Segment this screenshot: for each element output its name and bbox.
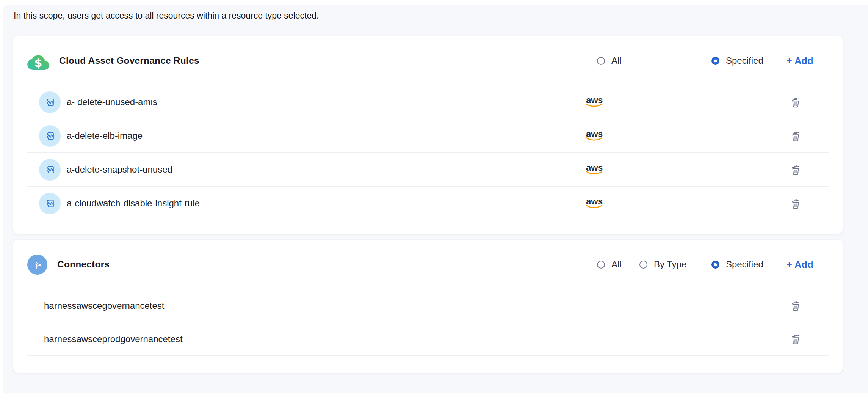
delete-button[interactable] xyxy=(789,95,802,109)
connector-name: harnessawscegovernancetest xyxy=(44,300,165,311)
delete-button[interactable] xyxy=(789,129,802,143)
rule-name: a-cloudwatch-disable-insight-rule xyxy=(67,198,200,209)
governance-radio-specified[interactable]: Specified xyxy=(711,36,763,85)
governance-radio-all[interactable]: All xyxy=(597,36,622,85)
rule-name: a-delete-elb-image xyxy=(67,130,143,141)
svg-text:$: $ xyxy=(34,56,42,69)
cloud-dollar-icon: $ xyxy=(27,52,49,70)
radio-label: Specified xyxy=(726,259,763,270)
rule-avatar xyxy=(39,159,61,181)
aws-logo: aws xyxy=(585,164,604,175)
radio-label: Specified xyxy=(726,55,763,66)
branch-arrows-icon xyxy=(27,255,47,275)
trash-icon xyxy=(790,333,801,345)
connectors-list: harnessawscegovernancetest harnessawscep… xyxy=(27,289,829,356)
connectors-radio-all[interactable]: All xyxy=(597,240,622,289)
rule-row: a-delete-snapshot-unused aws xyxy=(27,153,829,187)
aws-logo: aws xyxy=(585,96,604,108)
radio-indicator xyxy=(639,261,647,269)
rule-row: a-cloudwatch-disable-insight-rule aws xyxy=(27,187,829,220)
radio-label: All xyxy=(611,259,622,270)
connectors-card-title: Connectors xyxy=(57,259,110,270)
radio-indicator xyxy=(711,261,719,269)
cloud-asset-governance-rules-card: $ Cloud Asset Governance Rules All Speci… xyxy=(13,36,843,234)
delete-button[interactable] xyxy=(789,299,802,313)
rule-name: a- delete-unused-amis xyxy=(67,97,157,107)
rule-row: a- delete-unused-amis aws xyxy=(27,85,829,119)
connectors-radio-specified[interactable]: Specified xyxy=(711,240,763,289)
connector-row: harnessawscegovernancetest xyxy=(27,289,829,322)
aws-logo: aws xyxy=(585,198,604,209)
trash-icon xyxy=(790,197,801,210)
rule-row: a-delete-elb-image aws xyxy=(27,119,829,153)
connectors-radio-by-type[interactable]: By Type xyxy=(639,240,686,289)
delete-button[interactable] xyxy=(789,196,802,210)
connectors-card: Connectors All By Type Specified + Add h… xyxy=(13,240,843,373)
scope-description: In this scope, users get access to all r… xyxy=(14,10,868,21)
rule-name: a-delete-snapshot-unused xyxy=(67,164,172,175)
connectors-card-header: Connectors All By Type Specified + Add xyxy=(13,240,843,289)
radio-label: By Type xyxy=(654,259,686,270)
rule-avatar xyxy=(39,91,61,113)
governance-card-header: $ Cloud Asset Governance Rules All Speci… xyxy=(13,36,843,85)
resource-scope-panel: In this scope, users get access to all r… xyxy=(3,5,868,393)
rule-avatar xyxy=(39,193,61,214)
delete-button[interactable] xyxy=(789,163,802,176)
connector-row: harnessawsceprodgovernancetest xyxy=(27,322,829,356)
trash-icon xyxy=(790,299,801,312)
delete-button[interactable] xyxy=(789,332,802,346)
radio-indicator xyxy=(597,57,605,65)
trash-icon xyxy=(790,96,801,108)
connector-name: harnessawsceprodgovernancetest xyxy=(44,334,183,344)
radio-indicator xyxy=(597,261,605,269)
aws-logo: aws xyxy=(585,130,604,141)
governance-card-title: Cloud Asset Governance Rules xyxy=(59,55,199,66)
radio-label: All xyxy=(611,55,622,66)
governance-add-button[interactable]: + Add xyxy=(787,36,813,85)
governance-rules-list: a- delete-unused-amis aws xyxy=(27,85,829,220)
trash-icon xyxy=(790,163,801,176)
rule-avatar xyxy=(39,125,61,147)
trash-icon xyxy=(790,130,801,142)
connectors-add-button[interactable]: + Add xyxy=(787,240,813,289)
radio-indicator xyxy=(711,57,719,65)
